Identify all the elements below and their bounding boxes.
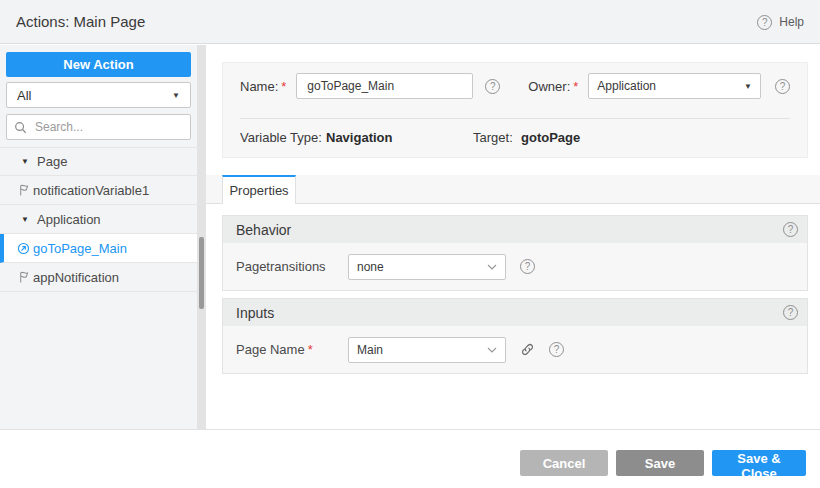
- target-label: Target:: [473, 130, 513, 145]
- header-bar: Actions: Main Page ? Help: [0, 0, 820, 44]
- tree-group-application[interactable]: ▼ Application: [0, 205, 197, 234]
- tab-bar: Properties: [206, 175, 820, 204]
- help-label: Help: [779, 15, 804, 29]
- page-name-value: Main: [357, 343, 383, 357]
- owner-label: Owner:: [528, 79, 570, 94]
- variable-type-label: Variable Type:: [240, 130, 322, 145]
- new-action-button[interactable]: New Action: [6, 52, 191, 77]
- variable-flag-icon: [17, 183, 33, 197]
- pagetransitions-value: none: [357, 260, 384, 274]
- search-icon: [14, 121, 27, 134]
- target-value: gotoPage: [521, 130, 580, 145]
- inputs-section-body: Page Name* Main ?: [223, 326, 807, 373]
- binding-link-icon[interactable]: [520, 342, 535, 357]
- required-asterisk: *: [308, 342, 313, 357]
- save-button[interactable]: Save: [616, 450, 704, 476]
- behavior-section-body: Pagetransitions none ?: [223, 243, 807, 290]
- behavior-section-header: Behavior ?: [223, 216, 807, 243]
- name-owner-row: Name: * ? Owner: * Application ▼ ?: [223, 72, 807, 100]
- cancel-button[interactable]: Cancel: [520, 450, 608, 476]
- help-link[interactable]: ? Help: [757, 0, 804, 44]
- inputs-section: Inputs ? Page Name* Main ?: [222, 298, 808, 374]
- page-name-select[interactable]: Main: [348, 337, 506, 363]
- chevron-down-icon: [487, 264, 497, 270]
- variable-type-value: Navigation: [326, 130, 392, 145]
- main-content: Name: * ? Owner: * Application ▼ ? Varia…: [206, 45, 820, 429]
- collapse-triangle-icon[interactable]: ▼: [21, 215, 37, 224]
- tree-item-appnotification[interactable]: appNotification: [0, 263, 197, 292]
- tree-item-notificationvariable1[interactable]: notificationVariable1: [0, 176, 197, 205]
- behavior-section-title: Behavior: [236, 222, 291, 238]
- required-asterisk: *: [573, 79, 578, 94]
- vertical-scrollbar-track[interactable]: [197, 45, 206, 429]
- caret-down-icon: ▼: [744, 82, 752, 91]
- pagetransitions-help-icon[interactable]: ?: [520, 259, 535, 274]
- tree-item-label: notificationVariable1: [33, 183, 149, 198]
- owner-value: Application: [597, 79, 656, 93]
- filter-value: All: [17, 88, 31, 103]
- navigation-icon: [17, 242, 33, 255]
- save-and-close-button[interactable]: Save & Close: [712, 450, 806, 476]
- name-input[interactable]: [296, 73, 473, 99]
- action-tree: ▼ Page notificationVariable1 ▼ Applicati…: [0, 147, 197, 292]
- sidebar: New Action All ▼ ▼ Page: [0, 45, 197, 429]
- type-target-row: Variable Type: Navigation Target: gotoPa…: [223, 127, 807, 149]
- behavior-help-icon[interactable]: ?: [783, 222, 798, 237]
- owner-help-icon[interactable]: ?: [775, 79, 790, 94]
- variable-flag-icon: [17, 270, 33, 284]
- action-summary-panel: Name: * ? Owner: * Application ▼ ? Varia…: [222, 62, 808, 158]
- search-box: [6, 114, 191, 140]
- inputs-section-header: Inputs ?: [223, 299, 807, 326]
- filter-dropdown[interactable]: All ▼: [6, 82, 191, 108]
- pagetransitions-label: Pagetransitions: [236, 259, 348, 274]
- help-icon: ?: [757, 15, 772, 30]
- tree-item-label: goToPage_Main: [33, 241, 127, 256]
- inputs-help-icon[interactable]: ?: [783, 305, 798, 320]
- required-asterisk: *: [281, 79, 286, 94]
- actions-editor-window: Actions: Main Page ? Help New Action All…: [0, 0, 820, 488]
- collapse-triangle-icon[interactable]: ▼: [21, 157, 37, 166]
- page-name-help-icon[interactable]: ?: [549, 342, 564, 357]
- owner-select[interactable]: Application ▼: [588, 73, 761, 99]
- tree-group-label: Page: [37, 154, 67, 169]
- footer-bar: Cancel Save Save & Close: [0, 429, 820, 488]
- tree-item-gotopage-main[interactable]: goToPage_Main: [0, 234, 197, 263]
- name-label: Name:: [240, 79, 278, 94]
- panel-divider: [240, 118, 790, 119]
- chevron-down-icon: [487, 347, 497, 353]
- tree-group-label: Application: [37, 212, 101, 227]
- behavior-section: Behavior ? Pagetransitions none ?: [222, 215, 808, 291]
- tab-properties[interactable]: Properties: [222, 175, 296, 204]
- page-name-label: Page Name*: [236, 342, 348, 357]
- inputs-section-title: Inputs: [236, 305, 274, 321]
- name-help-icon[interactable]: ?: [485, 79, 500, 94]
- caret-down-icon: ▼: [172, 91, 180, 100]
- pagetransitions-select[interactable]: none: [348, 254, 506, 280]
- page-title: Actions: Main Page: [16, 0, 145, 44]
- search-input[interactable]: [33, 119, 183, 135]
- tree-item-label: appNotification: [33, 270, 119, 285]
- vertical-scrollbar-thumb[interactable]: [199, 237, 204, 309]
- tree-group-page[interactable]: ▼ Page: [0, 147, 197, 176]
